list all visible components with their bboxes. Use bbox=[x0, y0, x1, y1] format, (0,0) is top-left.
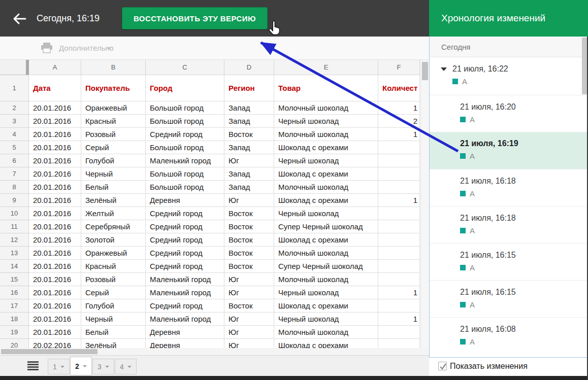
cell[interactable]: Запад bbox=[224, 141, 274, 154]
cell[interactable]: Голубой bbox=[81, 299, 146, 313]
cell[interactable]: Большой город bbox=[146, 115, 224, 128]
row-number[interactable]: 1 bbox=[0, 75, 29, 101]
cell[interactable]: Маленький город bbox=[146, 273, 224, 286]
select-all-corner[interactable] bbox=[0, 60, 29, 75]
cell[interactable]: Средний город bbox=[146, 260, 224, 273]
cell[interactable]: 20.01.2016 bbox=[29, 128, 81, 141]
cell[interactable]: Восток bbox=[224, 128, 274, 141]
sheet-tab-2[interactable]: 2 bbox=[70, 357, 92, 375]
cell[interactable] bbox=[378, 141, 420, 154]
cell[interactable]: Юг bbox=[224, 326, 274, 339]
row-number[interactable]: 4 bbox=[0, 128, 29, 141]
cell[interactable]: Восток bbox=[224, 207, 274, 220]
cell[interactable]: Серый bbox=[81, 141, 146, 154]
cell[interactable]: Средний город bbox=[146, 233, 224, 247]
cell[interactable] bbox=[378, 207, 420, 220]
cell[interactable]: 20.01.2016 bbox=[29, 299, 81, 313]
cell[interactable]: Золотой bbox=[81, 233, 146, 247]
row-number[interactable]: 12 bbox=[0, 233, 29, 247]
cell[interactable]: Деревня bbox=[146, 194, 224, 207]
sheet-tab-4[interactable]: 4 bbox=[115, 359, 137, 374]
cell[interactable]: Средний город bbox=[146, 220, 224, 233]
more-menu-button[interactable]: Дополнительно bbox=[59, 37, 114, 60]
cell[interactable]: 20.01.2016 bbox=[29, 286, 81, 299]
cell[interactable]: Черный шоколад bbox=[274, 313, 378, 326]
version-item[interactable]: 21 июля, 16:19А bbox=[430, 132, 588, 169]
cell[interactable]: Средний город bbox=[146, 207, 224, 220]
cell[interactable]: Черный шоколад bbox=[274, 115, 378, 128]
row-number[interactable]: 14 bbox=[0, 260, 29, 273]
cell[interactable]: Маленький город bbox=[146, 154, 224, 167]
version-item[interactable]: 21 июля, 16:20А bbox=[430, 95, 588, 132]
cell[interactable]: Большой город bbox=[146, 167, 224, 181]
row-number[interactable]: 5 bbox=[0, 141, 29, 154]
column-header-D[interactable]: D bbox=[224, 60, 274, 75]
row-number[interactable]: 15 bbox=[0, 273, 29, 286]
cell[interactable]: Серый bbox=[81, 286, 146, 299]
cell[interactable]: 20.01.2016 bbox=[29, 141, 81, 154]
cell[interactable]: Регион bbox=[224, 75, 274, 101]
cell[interactable]: Восток bbox=[224, 299, 274, 313]
cell[interactable]: Серебряный bbox=[81, 220, 146, 233]
cell[interactable]: Шоколад с орехами bbox=[274, 194, 378, 207]
cell[interactable]: Оранжевый bbox=[81, 101, 146, 115]
cell[interactable]: Черный шоколад bbox=[274, 207, 378, 220]
cell[interactable]: 20.01.2016 bbox=[29, 154, 81, 167]
cell[interactable]: Дата bbox=[29, 75, 81, 101]
cell[interactable]: Шоколад с орехами bbox=[274, 233, 378, 247]
cell[interactable]: 1 bbox=[378, 313, 420, 326]
cell[interactable]: Шоколад с орехами bbox=[274, 141, 378, 154]
cell[interactable]: Восток bbox=[224, 220, 274, 233]
row-number[interactable]: 17 bbox=[0, 299, 29, 313]
cell[interactable]: Шоколад с орехами bbox=[274, 299, 378, 313]
cell[interactable]: 20.01.2016 bbox=[29, 220, 81, 233]
cell[interactable]: 20.01.2016 bbox=[29, 181, 81, 194]
cell[interactable]: 20.01.2016 bbox=[29, 247, 81, 260]
cell[interactable]: Количест bbox=[378, 75, 420, 101]
version-item[interactable]: 21 июля, 16:15А bbox=[430, 280, 588, 317]
cell[interactable]: Оранжевый bbox=[81, 247, 146, 260]
cell[interactable]: Молочный шоколад bbox=[274, 326, 378, 339]
cell[interactable]: Запад bbox=[224, 115, 274, 128]
cell[interactable]: Молочный шоколад bbox=[274, 273, 378, 286]
cell[interactable]: Восток bbox=[224, 233, 274, 247]
cell[interactable] bbox=[378, 167, 420, 181]
cell[interactable]: Черный bbox=[81, 167, 146, 181]
cell[interactable]: Молочный шоколад bbox=[274, 181, 378, 194]
cell[interactable]: Маленький город bbox=[146, 313, 224, 326]
cell[interactable]: 20.01.2016 bbox=[29, 115, 81, 128]
cell[interactable]: Черный шоколад bbox=[274, 286, 378, 299]
row-number[interactable]: 10 bbox=[0, 207, 29, 220]
version-item[interactable]: 21 июля, 16:15А bbox=[430, 243, 588, 280]
cell[interactable]: Шоколад с орехами bbox=[274, 339, 378, 348]
cell[interactable] bbox=[378, 273, 420, 286]
cell[interactable]: Черный bbox=[81, 313, 146, 326]
sheet-tab-1[interactable]: 1 bbox=[48, 359, 70, 374]
cell[interactable]: Восток bbox=[224, 260, 274, 273]
cell[interactable]: Молочный шоколад bbox=[274, 247, 378, 260]
cell[interactable]: 20.01.2016 bbox=[29, 194, 81, 207]
cell[interactable]: Зелёный bbox=[81, 339, 146, 348]
column-header-E[interactable]: E bbox=[274, 60, 378, 75]
back-button[interactable] bbox=[11, 11, 27, 27]
cell[interactable]: Деревня bbox=[146, 339, 224, 348]
cell[interactable] bbox=[378, 260, 420, 273]
cell[interactable]: 20.01.2016 bbox=[29, 233, 81, 247]
cell[interactable] bbox=[378, 233, 420, 247]
cell[interactable]: Товар bbox=[274, 75, 378, 101]
cell[interactable] bbox=[378, 154, 420, 167]
cell[interactable]: Запад bbox=[224, 181, 274, 194]
all-sheets-menu-button[interactable] bbox=[27, 361, 39, 370]
column-header-F[interactable]: F bbox=[378, 60, 420, 75]
cell[interactable]: 20.01.2016 bbox=[29, 326, 81, 339]
grid-vertical-scrollbar[interactable] bbox=[420, 60, 429, 348]
cell[interactable]: 20.01.2016 bbox=[29, 167, 81, 181]
cell[interactable]: 20.01.2016 bbox=[29, 313, 81, 326]
cell[interactable]: Белый bbox=[81, 326, 146, 339]
cell[interactable]: 1 bbox=[378, 286, 420, 299]
row-number[interactable]: 19 bbox=[0, 326, 29, 339]
cell[interactable]: Средний город bbox=[146, 299, 224, 313]
row-number[interactable]: 6 bbox=[0, 154, 29, 167]
cell[interactable]: 1 bbox=[378, 128, 420, 141]
column-header-B[interactable]: B bbox=[81, 60, 146, 75]
